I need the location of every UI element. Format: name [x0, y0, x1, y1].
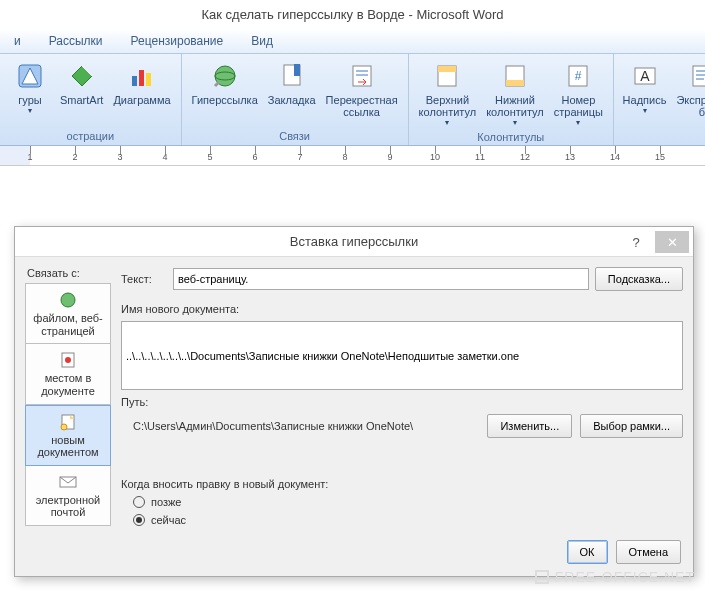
- watermark: FREE-OFFICE.NET: [535, 569, 695, 585]
- dialog-title-text: Вставка гиперссылки: [290, 234, 418, 249]
- link-target-column: Связать с: файлом, веб- страницей местом…: [25, 267, 111, 526]
- svg-point-24: [61, 293, 75, 307]
- link-opt-file-web[interactable]: файлом, веб- страницей: [25, 283, 111, 344]
- svg-rect-4: [146, 73, 151, 86]
- crossref-label: Перекрестная ссылка: [326, 94, 398, 118]
- link-opt-place[interactable]: местом в документе: [25, 344, 111, 404]
- link-opt-email-label: электронной почтой: [28, 494, 108, 519]
- crossref-icon: [346, 60, 378, 92]
- svg-rect-3: [139, 70, 144, 86]
- email-icon: [57, 472, 79, 492]
- newdoc-icon: [57, 412, 79, 432]
- radio-later-label: позже: [151, 496, 181, 508]
- pagenum-icon: #: [562, 60, 594, 92]
- hyperlink-label: Гиперссылка: [192, 94, 258, 106]
- header-label: Верхний колонтитул: [419, 94, 477, 118]
- smartart-label: SmartArt: [60, 94, 103, 106]
- place-icon: [57, 350, 79, 370]
- bookmark-button[interactable]: Закладка: [264, 58, 320, 120]
- ribbon-group-illustrations: гуры▾ SmartArt Диаграмма острации: [0, 54, 182, 145]
- group-caption-illustrations: острации: [6, 128, 175, 143]
- crossref-button[interactable]: Перекрестная ссылка: [322, 58, 402, 120]
- link-target-label: Связать с:: [25, 267, 111, 279]
- ribbon-group-text: A Надпись▾ Экспресс-б: [614, 54, 705, 145]
- header-button[interactable]: Верхний колонтитул▾: [415, 58, 481, 129]
- dialog-title: Вставка гиперссылки ? ✕: [15, 227, 693, 257]
- watermark-icon: [535, 570, 549, 584]
- shapes-label: гуры: [18, 94, 41, 106]
- dialog-help-button[interactable]: ?: [619, 231, 653, 253]
- svg-rect-13: [438, 66, 456, 72]
- ruler[interactable]: 123456789101112131415: [0, 146, 705, 166]
- bookmark-label: Закладка: [268, 94, 316, 106]
- screentip-button[interactable]: Подсказка...: [595, 267, 683, 291]
- radio-later-row[interactable]: позже: [121, 496, 683, 508]
- window-title: Как сделать гиперссылку в Ворде - Micros…: [0, 0, 705, 30]
- quickparts-button[interactable]: Экспресс-б: [671, 58, 705, 120]
- link-opt-email[interactable]: электронной почтой: [25, 466, 111, 526]
- group-caption-links: Связи: [188, 128, 402, 143]
- chart-button[interactable]: Диаграмма: [109, 58, 174, 117]
- quickparts-label: Экспресс-б: [675, 94, 705, 118]
- radio-later[interactable]: [133, 496, 145, 508]
- textbox-icon: A: [629, 60, 661, 92]
- dialog-form: Текст: Подсказка... Имя нового документа…: [121, 267, 683, 526]
- tab-mailings[interactable]: Рассылки: [35, 30, 117, 53]
- radio-now[interactable]: [133, 514, 145, 526]
- link-opt-newdoc-label: новым документом: [28, 434, 108, 459]
- path-label: Путь:: [121, 396, 683, 408]
- ribbon-group-headerfooter: Верхний колонтитул▾ Нижний колонтитул▾ #…: [409, 54, 614, 145]
- link-opt-place-label: местом в документе: [28, 372, 108, 397]
- newdoc-name-input[interactable]: [121, 321, 683, 390]
- document-canvas[interactable]: [0, 166, 705, 226]
- ruler-margin: [0, 146, 30, 165]
- header-icon: [431, 60, 463, 92]
- svg-text:#: #: [575, 69, 582, 83]
- footer-button[interactable]: Нижний колонтитул▾: [482, 58, 548, 129]
- shapes-button[interactable]: гуры▾: [6, 58, 54, 117]
- quickparts-icon: [686, 60, 705, 92]
- radio-now-row[interactable]: сейчас: [121, 514, 683, 526]
- chart-icon: [126, 60, 158, 92]
- shapes-icon: [14, 60, 46, 92]
- target-frame-button[interactable]: Выбор рамки...: [580, 414, 683, 438]
- display-text-input[interactable]: [173, 268, 589, 290]
- bookmark-icon: [276, 60, 308, 92]
- group-caption-text: [620, 140, 705, 143]
- hyperlink-button[interactable]: Гиперссылка: [188, 58, 262, 120]
- chart-label: Диаграмма: [113, 94, 170, 106]
- watermark-text: FREE-OFFICE.NET: [555, 569, 695, 585]
- svg-point-28: [61, 424, 67, 430]
- link-opt-file-web-label: файлом, веб- страницей: [28, 312, 108, 337]
- ribbon-group-links: Гиперссылка Закладка Перекрестная ссылка…: [182, 54, 409, 145]
- smartart-button[interactable]: SmartArt: [56, 58, 107, 117]
- footer-icon: [499, 60, 531, 92]
- svg-rect-9: [353, 66, 371, 86]
- cancel-button[interactable]: Отмена: [616, 540, 681, 564]
- pagenum-label: Номер страницы: [554, 94, 603, 118]
- tab-cut[interactable]: и: [0, 30, 35, 53]
- text-label: Текст:: [121, 273, 167, 285]
- svg-point-26: [65, 357, 71, 363]
- textbox-button[interactable]: A Надпись▾: [620, 58, 669, 120]
- tab-view[interactable]: Вид: [237, 30, 287, 53]
- ribbon-tabs: и Рассылки Рецензирование Вид: [0, 30, 705, 54]
- svg-text:A: A: [640, 68, 650, 84]
- ribbon: гуры▾ SmartArt Диаграмма острации Гиперс…: [0, 54, 705, 146]
- tab-review[interactable]: Рецензирование: [117, 30, 238, 53]
- pagenum-button[interactable]: # Номер страницы▾: [550, 58, 607, 129]
- svg-rect-8: [294, 64, 300, 76]
- change-path-button[interactable]: Изменить...: [487, 414, 572, 438]
- smartart-icon: [66, 60, 98, 92]
- radio-now-label: сейчас: [151, 514, 186, 526]
- link-opt-newdoc[interactable]: новым документом: [25, 405, 111, 466]
- svg-rect-2: [132, 76, 137, 86]
- path-value: C:\Users\Админ\Documents\Записные книжки…: [121, 420, 413, 432]
- dialog-close-button[interactable]: ✕: [655, 231, 689, 253]
- newdoc-name-label: Имя нового документа:: [121, 303, 683, 315]
- group-caption-headerfooter: Колонтитулы: [415, 129, 607, 144]
- hyperlink-dialog: Вставка гиперссылки ? ✕ Связать с: файло…: [14, 226, 694, 577]
- when-edit-label: Когда вносить правку в новый документ:: [121, 478, 683, 490]
- ok-button[interactable]: ОК: [567, 540, 608, 564]
- footer-label: Нижний колонтитул: [486, 94, 544, 118]
